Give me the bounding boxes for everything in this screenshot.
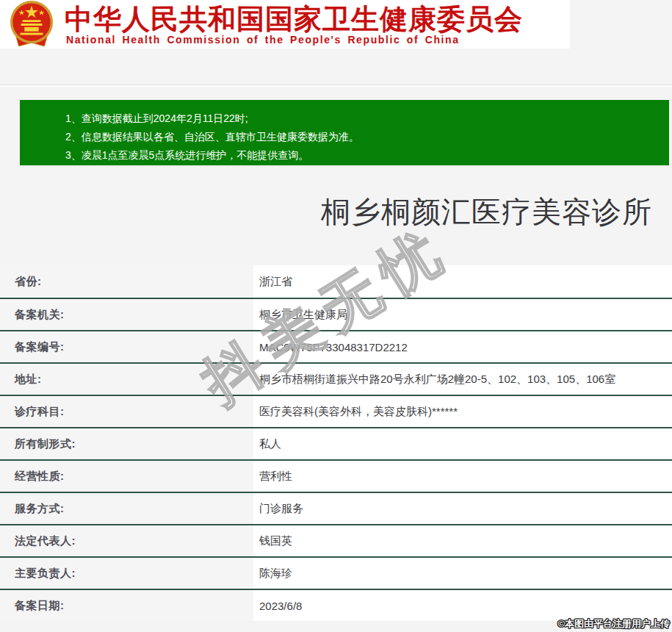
field-label: 地址: — [0, 364, 253, 395]
institution-name-title: 桐乡桐颜汇医疗美容诊所 — [321, 192, 652, 232]
field-value: 浙江省 — [253, 265, 672, 298]
field-value: MAC9W75P733048317D2212 — [253, 331, 672, 362]
field-label: 主要负责人: — [0, 558, 253, 589]
table-row: 省份:浙江省 — [0, 265, 672, 298]
field-label: 经营性质: — [0, 461, 253, 492]
field-label: 所有制形式: — [0, 428, 253, 459]
table-row: 备案日期:2023/6/8 — [0, 589, 672, 621]
notice-line: 2、信息数据结果以各省、自治区、直辖市卫生健康委数据为准。 — [65, 128, 669, 146]
notice-line: 3、凌晨1点至凌晨5点系统进行维护，不能提供查询。 — [65, 146, 669, 165]
field-value: 营利性 — [253, 461, 672, 492]
field-label: 省份: — [0, 265, 253, 298]
table-row: 服务方式:门诊服务 — [0, 492, 672, 524]
record-table: 省份:浙江省备案机关:桐乡市卫生健康局备案编号:MAC9W75P73304831… — [0, 265, 672, 621]
table-row: 地址:桐乡市梧桐街道振兴中路20号永利广场2幢20-5、102、103、105、… — [0, 362, 672, 395]
notice-box: 1、查询数据截止到2024年2月11日22时; 2、信息数据结果以各省、自治区、… — [20, 100, 669, 165]
field-value: 医疗美容科(美容外科，美容皮肤科)****** — [253, 396, 672, 427]
field-label: 服务方式: — [0, 493, 253, 524]
table-row: 所有制形式:私人 — [0, 427, 672, 459]
field-value: 私人 — [253, 428, 672, 459]
field-label: 法定代表人: — [0, 525, 253, 556]
field-value: 门诊服务 — [253, 493, 672, 524]
china-national-emblem-icon — [6, 1, 57, 48]
field-value: 桐乡市卫生健康局 — [253, 299, 672, 330]
field-label: 备案机关: — [0, 299, 253, 330]
field-value: 桐乡市梧桐街道振兴中路20号永利广场2幢20-5、102、103、105、106… — [253, 364, 672, 395]
uploaded-by-user-badge: ©本图由平台注册用户上传 — [557, 617, 670, 631]
field-label: 诊疗科目: — [0, 396, 253, 427]
field-value: 钱国英 — [253, 525, 672, 556]
header-divider-highlight — [0, 85, 672, 87]
table-row: 法定代表人:钱国英 — [0, 524, 672, 556]
field-label: 备案编号: — [0, 331, 253, 362]
field-value: 2023/6/8 — [253, 590, 672, 621]
table-row: 经营性质:营利性 — [0, 459, 672, 492]
header-title-en: National Health Commission of the People… — [66, 34, 460, 46]
table-row: 诊疗科目:医疗美容科(美容外科，美容皮肤科)****** — [0, 395, 672, 427]
notice-line: 1、查询数据截止到2024年2月11日22时; — [65, 109, 669, 128]
table-row: 主要负责人:陈海珍 — [0, 556, 672, 589]
table-row: 备案编号:MAC9W75P733048317D2212 — [0, 330, 672, 362]
header-title-cn: 中华人民共和国国家卫生健康委员会 — [65, 1, 523, 38]
site-header: 中华人民共和国国家卫生健康委员会 National Health Commiss… — [0, 0, 570, 49]
field-label: 备案日期: — [0, 590, 253, 621]
field-value: 陈海珍 — [253, 558, 672, 589]
table-row: 备案机关:桐乡市卫生健康局 — [0, 298, 672, 330]
